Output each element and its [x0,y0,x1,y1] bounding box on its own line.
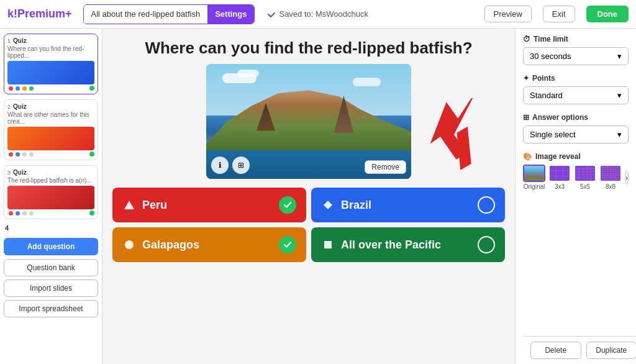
import-spreadsheet-button[interactable]: Import spreadsheet [4,300,98,317]
right-panel: ⏱ Time limit 30 seconds ▾ ✦ Points Stand… [515,29,636,364]
delete-button[interactable]: Delete [530,342,581,359]
ir-next-button[interactable]: › [625,171,629,184]
ir-original-thumb [523,165,545,182]
remove-image-button[interactable]: Remove [365,160,406,174]
image-edit-button[interactable]: ⊞ [232,157,250,174]
answer-options-title: ⊞ Answer options [523,113,629,122]
svg-marker-2 [124,201,134,209]
answer-check-peru [279,196,296,214]
circle-shape-icon [122,238,136,252]
sidebar-dots-3 [7,211,94,216]
answer-check-brazil [478,196,495,214]
time-limit-value: 30 seconds [530,52,571,61]
answer-text-brazil: Brazil [341,199,371,212]
preview-button[interactable]: Preview [484,6,532,22]
sidebar-status-1 [89,86,94,91]
ir-original-label: Original [524,183,545,190]
exit-button[interactable]: Exit [543,6,575,22]
answers-grid: Peru Brazil [112,188,505,262]
image-reveal-icon: 🎨 [523,152,532,161]
chevron-down-icon: ▾ [617,130,622,139]
square-shape-icon [321,238,335,252]
answer-options-section: ⊞ Answer options Single select ▾ [523,113,629,143]
image-info-button[interactable]: ℹ [211,157,229,174]
sidebar-num-1: 1 [7,38,11,44]
sidebar-item-4-label: 4 [5,224,97,232]
points-select[interactable]: Standard ▾ [523,86,629,104]
import-slides-button[interactable]: Import slides [4,280,98,297]
question-bank-button[interactable]: Question bank [4,259,98,276]
grid-icon: ⊞ [523,113,529,122]
chevron-down-icon: ▾ [617,52,622,61]
title-bar-text: All about the red-lipped batfish [84,5,208,24]
question-image: ℹ ⊞ Remove [206,64,411,179]
sidebar-num-3: 3 [7,170,11,176]
sidebar-type-1: Quiz [13,37,27,44]
svg-marker-3 [324,201,332,209]
image-reveal-title: 🎨 Image reveal [523,152,629,161]
logo: k!Premium+ [7,7,72,20]
sidebar-num-2: 2 [7,104,11,110]
points-title: ✦ Points [523,74,629,83]
ir-5x5[interactable]: 5x5 [574,165,596,190]
triangle-shape-icon [122,198,136,212]
diamond-shape-icon [321,198,335,212]
star-icon: ✦ [523,74,529,83]
answer-options-value: Single select [530,130,576,139]
sidebar-item-3[interactable]: 3 Quiz The red-lipped batfish is a(n)... [4,165,98,219]
sidebar-item-2[interactable]: 2 Quiz What are other names for this cre… [4,99,98,160]
ir-5x5-thumb [574,165,596,182]
answer-check-pacific [478,236,495,253]
main-layout: 1 Quiz Where can you find the red-lipped… [0,29,636,364]
points-value: Standard [530,91,563,100]
sidebar-item-1[interactable]: 1 Quiz Where can you find the red-lipped… [4,34,98,94]
ir-3x3[interactable]: 3x3 [548,165,571,190]
time-limit-title: ⏱ Time limit [523,35,629,43]
answer-text-peru: Peru [142,199,167,212]
add-question-button[interactable]: Add question [4,238,98,255]
content-area: Where can you find the red-lipped batfis… [102,29,515,364]
sidebar-thumb-3 [7,186,94,209]
answer-option-galapagos[interactable]: Galapagos [112,227,306,262]
ir-3x3-thumb [548,165,571,182]
sidebar-type-2: Quiz [13,103,27,110]
sidebar-status-3 [89,211,94,216]
answer-options-select[interactable]: Single select ▾ [523,125,629,143]
red-arrow [418,98,499,175]
answer-option-pacific[interactable]: All over the Pacific [311,227,505,262]
answer-text-galapagos: Galapagos [142,239,199,252]
answer-option-peru[interactable]: Peru [112,188,306,222]
image-container: ℹ ⊞ Remove [112,64,505,179]
ir-5x5-label: 5x5 [580,183,590,190]
sidebar-text-2: What are other names for this crea... [7,111,94,125]
svg-marker-1 [418,102,476,167]
done-button[interactable]: Done [586,6,629,22]
image-overlay-btns: ℹ ⊞ [211,157,250,174]
settings-button[interactable]: Settings [207,5,254,24]
points-section: ✦ Points Standard ▾ [523,74,629,104]
ir-8x8-thumb [599,165,622,182]
sidebar-text-1: Where can you find the red-lipped... [7,45,94,59]
sidebar: 1 Quiz Where can you find the red-lipped… [0,29,102,364]
title-bar[interactable]: All about the red-lipped batfish Setting… [83,4,255,24]
panel-footer: Delete Duplicate [523,336,636,364]
time-limit-select[interactable]: 30 seconds ▾ [523,47,629,65]
time-limit-section: ⏱ Time limit 30 seconds ▾ [523,35,629,65]
ir-8x8[interactable]: 8x8 [599,165,622,190]
svg-point-4 [125,240,134,249]
sidebar-dots-1 [7,86,94,91]
sidebar-text-3: The red-lipped batfish is a(n)... [7,177,94,184]
image-reveal-options: Original 3x3 [523,165,629,190]
sidebar-dots-2 [7,152,94,157]
ir-8x8-label: 8x8 [606,183,616,190]
saved-text: Saved to: MsWoodchuck [279,9,368,19]
saved-indicator: Saved to: MsWoodchuck [267,9,368,19]
ir-3x3-label: 3x3 [555,183,565,190]
ir-original[interactable]: Original [523,165,545,190]
duplicate-button[interactable]: Duplicate [586,342,637,359]
chevron-down-icon: ▾ [617,91,622,100]
answer-option-brazil[interactable]: Brazil [311,188,505,222]
sidebar-thumb-2 [7,127,94,150]
checkmark-icon [267,10,276,19]
svg-rect-5 [324,241,332,248]
